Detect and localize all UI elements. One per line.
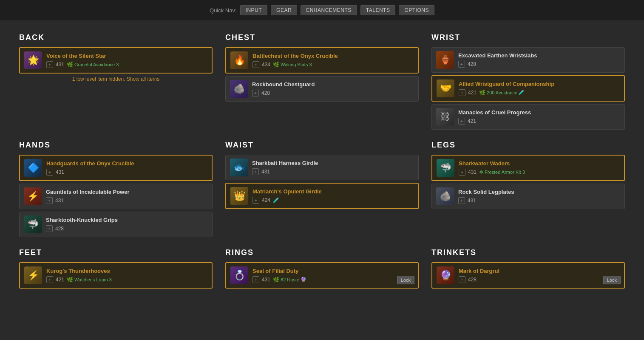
- plus-icon-rings-0[interactable]: +: [252, 276, 259, 283]
- enhance-icon-rings-0: 🌿: [273, 277, 279, 283]
- item-meta-wrist-1: + 421 🌿 200 Avoidance 🧪: [459, 89, 620, 96]
- plus-icon-legs-1[interactable]: +: [458, 197, 465, 204]
- item-icon-wrist-2: ⛓: [436, 108, 454, 126]
- enhance-icon-wrist-1: 🌿: [479, 90, 485, 96]
- item-name-kurog: Kurog's Thunderhooves: [46, 268, 207, 275]
- plus-icon-hands-0[interactable]: +: [46, 169, 53, 176]
- item-meta-legs-1: + 431: [458, 197, 620, 204]
- item-name-handguards: Handguards of the Onyx Crucible: [46, 160, 207, 167]
- item-card-manacles[interactable]: ⛓ Manacles of Cruel Progress + 421: [431, 104, 625, 130]
- item-info-wrist-2: Manacles of Cruel Progress + 421: [458, 109, 620, 125]
- item-card-kurog[interactable]: ⚡ Kurog's Thunderhooves + 421 🌿 Watcher'…: [19, 262, 213, 289]
- item-card-rock-solid[interactable]: 🪨 Rock Solid Legplates + 431: [431, 184, 625, 209]
- item-name-matriarch: Matriarch's Opulent Girdle: [252, 188, 414, 196]
- lock-btn-rings-0[interactable]: Lock: [397, 276, 414, 284]
- item-card-mark-dargrul[interactable]: 🔮 Mark of Dargrul + 428 Lock: [431, 262, 625, 289]
- item-card-sharkwater[interactable]: 🦈 Sharkwater Waders + 431 ❄ Frosted Armo…: [431, 155, 625, 181]
- item-ilvl-chest-0: 434: [262, 62, 270, 68]
- item-icon-rings-0: 💍: [230, 266, 248, 284]
- item-info-back: Voice of the Silent Star + 431 🌿 Gracefu…: [46, 53, 207, 68]
- item-name-rockbound: Rockbound Chestguard: [252, 81, 414, 88]
- section-hands: HANDS 🔷 Handguards of the Onyx Crucible …: [13, 136, 219, 244]
- item-name-sharktooth-grips: Sharktooth-Knuckled Grips: [46, 217, 208, 224]
- item-meta-waist-1: + 424 🧪: [252, 197, 414, 204]
- item-card-rockbound[interactable]: 🪨 Rockbound Chestguard + 428: [225, 76, 419, 102]
- section-legs: LEGS 🦈 Sharkwater Waders + 431 ❄ Frosted…: [425, 136, 631, 244]
- item-icon-chest-1: 🪨: [230, 80, 248, 98]
- item-ilvl-chest-1: 428: [261, 90, 270, 96]
- item-ilvl-hands-2: 428: [55, 226, 64, 232]
- item-ilvl-wrist-0: 428: [468, 61, 476, 67]
- item-meta-rings-0: + 431 🌿 82 Haste 🔮: [252, 276, 414, 283]
- plus-icon-hands-1[interactable]: +: [46, 197, 53, 204]
- nav-btn-gear[interactable]: GEAR: [271, 5, 297, 15]
- item-name-rock-solid: Rock Solid Legplates: [458, 189, 620, 196]
- section-title-hands: HANDS: [19, 141, 213, 150]
- item-ilvl-rings-0: 431: [262, 277, 270, 283]
- item-meta-back: + 431 🌿 Graceful Avoidance 3: [46, 61, 207, 68]
- item-meta-chest-0: + 434 🌿 Waking Stats 3: [252, 61, 414, 68]
- plus-icon-feet-0[interactable]: +: [46, 276, 53, 283]
- item-card-seal-filial[interactable]: 💍 Seal of Filial Duty + 431 🌿 82 Haste 🔮…: [225, 262, 419, 289]
- section-feet: FEET ⚡ Kurog's Thunderhooves + 421 🌿 Wat…: [13, 244, 219, 295]
- nav-btn-input[interactable]: INPUT: [240, 5, 268, 15]
- section-title-wrist: WRIST: [431, 33, 625, 42]
- item-card-sharkbait[interactable]: 🐟 Sharkbait Harness Girdle + 431: [225, 155, 419, 180]
- item-enhancement-back: 🌿 Graceful Avoidance 3: [67, 62, 119, 68]
- item-icon-legs-1: 🪨: [436, 187, 454, 205]
- quick-nav: Quick Nav: INPUT GEAR ENHANCEMENTS TALEN…: [0, 0, 644, 20]
- item-info-legs-1: Rock Solid Legplates + 431: [458, 189, 620, 204]
- item-enhancement-rings-0: 🌿 82 Haste 🔮: [273, 277, 306, 283]
- item-info-legs-0: Sharkwater Waders + 431 ❄ Frosted Armor …: [459, 160, 620, 176]
- plus-icon-waist-0[interactable]: +: [252, 168, 259, 175]
- item-icon-wrist-1: 🤝: [437, 79, 454, 97]
- item-card-handguards[interactable]: 🔷 Handguards of the Onyx Crucible + 431: [19, 155, 213, 181]
- item-card-allied-wristguard[interactable]: 🤝 Allied Wristguard of Companionship + 4…: [431, 75, 625, 102]
- item-ilvl-hands-0: 431: [56, 169, 64, 175]
- section-title-back: BACK: [19, 33, 213, 42]
- item-enhancement-feet-0: 🌿 Watcher's Loam 3: [67, 277, 112, 283]
- item-ilvl-legs-1: 431: [468, 198, 476, 204]
- item-card-matriarch[interactable]: 👑 Matriarch's Opulent Girdle + 424 🧪: [225, 183, 419, 209]
- enhance-suffix-rings-0: 🔮: [301, 277, 306, 282]
- item-name-excavated: Excavated Earthen Wristslabs: [458, 52, 620, 60]
- plus-icon-chest-0[interactable]: +: [252, 61, 259, 68]
- plus-icon-wrist-2[interactable]: +: [458, 118, 465, 125]
- item-name-sharkbait: Sharkbait Harness Girdle: [252, 160, 414, 167]
- enhance-suffix-waist-1: 🧪: [273, 197, 279, 203]
- item-enhancement-chest-0: 🌿 Waking Stats 3: [273, 62, 312, 68]
- nav-btn-talents[interactable]: TALENTS: [360, 5, 396, 15]
- item-name-voice-silent-star: Voice of the Silent Star: [46, 53, 207, 60]
- nav-btn-options[interactable]: OPTIONS: [399, 5, 434, 15]
- item-info-wrist-1: Allied Wristguard of Companionship + 421…: [459, 81, 620, 96]
- item-meta-hands-0: + 431: [46, 169, 207, 176]
- back-icon-emoji: 🌟: [28, 55, 39, 66]
- item-card-gauntlets[interactable]: ⚡ Gauntlets of Incalculable Power + 431: [19, 184, 213, 209]
- enhance-suffix-wrist-1: 🧪: [519, 90, 525, 95]
- plus-icon-trinkets-0[interactable]: +: [459, 276, 465, 283]
- show-all-link-back[interactable]: Show all items: [127, 76, 159, 82]
- plus-icon-legs-0[interactable]: +: [459, 169, 465, 176]
- plus-icon-wrist-0[interactable]: +: [458, 61, 465, 68]
- item-info-feet-0: Kurog's Thunderhooves + 421 🌿 Watcher's …: [46, 268, 207, 283]
- item-name-sharkwater: Sharkwater Waders: [459, 160, 620, 167]
- plus-icon-back[interactable]: +: [46, 61, 53, 68]
- plus-icon-wrist-1[interactable]: +: [459, 89, 465, 96]
- item-card-sharktooth-grips[interactable]: 🦈 Sharktooth-Knuckled Grips + 428: [19, 212, 213, 237]
- item-meta-wrist-0: + 428: [458, 61, 620, 68]
- enhance-icon-back: 🌿: [67, 62, 73, 68]
- nav-btn-enhancements[interactable]: ENHANCEMENTS: [301, 5, 357, 15]
- lock-btn-trinkets-0[interactable]: Lock: [603, 276, 621, 284]
- item-card-voice-silent-star[interactable]: 🌟 Voice of the Silent Star + 431 🌿 Grace…: [19, 47, 213, 74]
- plus-icon-waist-1[interactable]: +: [252, 197, 259, 204]
- plus-icon-hands-2[interactable]: +: [46, 225, 53, 232]
- plus-icon-chest-1[interactable]: +: [252, 90, 259, 96]
- item-info-chest-0: Battlechest of the Onyx Crucible + 434 🌿…: [252, 53, 414, 68]
- item-card-excavated[interactable]: 🏺 Excavated Earthen Wristslabs + 428: [431, 47, 625, 73]
- item-info-waist-1: Matriarch's Opulent Girdle + 424 🧪: [252, 188, 414, 204]
- item-meta-hands-1: + 431: [46, 197, 208, 204]
- item-ilvl-waist-0: 431: [261, 169, 270, 175]
- item-ilvl-back: 431: [56, 62, 64, 68]
- item-icon-trinkets-0: 🔮: [437, 266, 454, 284]
- item-card-battlechest[interactable]: 🔥 Battlechest of the Onyx Crucible + 434…: [225, 47, 419, 74]
